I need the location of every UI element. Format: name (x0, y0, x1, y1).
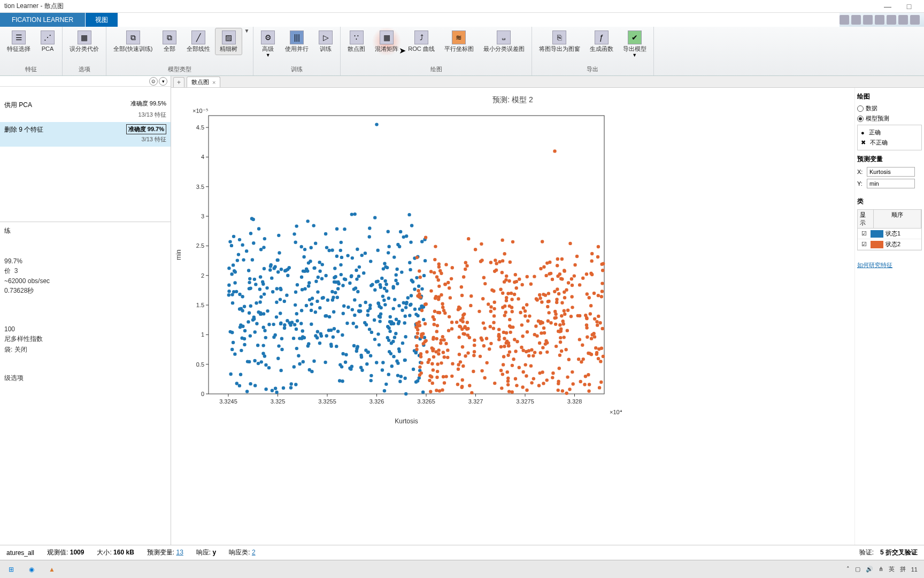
svg-point-565 (583, 383, 586, 386)
tab-classification-learner[interactable]: FICATION LEARNER (0, 13, 86, 27)
svg-point-653 (501, 291, 504, 294)
svg-point-876 (600, 295, 603, 298)
pca-button[interactable]: ⋰PCA (35, 28, 60, 55)
confusion-matrix-button[interactable]: ▦混淆矩阵 (370, 28, 403, 55)
ime-lang[interactable]: 英 (889, 565, 895, 573)
svg-point-943 (489, 325, 492, 328)
svg-point-192 (275, 287, 279, 290)
model-type-dropdown[interactable]: ▼ (242, 28, 251, 34)
volume-icon[interactable]: 🔊 (866, 566, 873, 573)
feature-select-button[interactable]: ☰特征选择 (2, 28, 35, 55)
svg-point-977 (505, 296, 508, 299)
all-fast-button[interactable]: ⧉全部(快速训练) (109, 28, 157, 55)
radio-checked-icon (857, 116, 864, 122)
qa-icon-6[interactable] (898, 15, 908, 25)
qa-icon-2[interactable] (851, 15, 861, 25)
class-row-2[interactable]: ☑ 状态2 (858, 239, 921, 250)
all-linear-button[interactable]: ╱全部线性 (182, 28, 215, 55)
x-variable-select[interactable] (867, 167, 915, 177)
radio-model-prediction[interactable]: 模型预测 (857, 115, 922, 123)
chevron-up-icon[interactable]: ˄ (846, 566, 850, 573)
qa-icon-3[interactable] (863, 15, 873, 25)
minimize-button[interactable]: — (877, 1, 898, 12)
battery-icon[interactable]: ▢ (855, 566, 860, 573)
svg-point-933 (530, 381, 533, 384)
all-button[interactable]: ⧉全部 (157, 28, 182, 55)
start-button[interactable]: ⊞ (2, 562, 20, 577)
export-model-button[interactable]: ✔导出模型▼ (618, 28, 651, 60)
model-item-1[interactable]: 准确度 99.5% 供用 PCA 13/13 特征 (0, 97, 171, 122)
matlab-button[interactable]: ▲ (43, 562, 61, 577)
close-tab-icon[interactable]: × (212, 79, 215, 86)
qa-icon-1[interactable] (840, 15, 849, 25)
svg-point-919 (589, 304, 592, 307)
class1-checkbox[interactable]: ☑ (858, 230, 871, 237)
panel-menu-button[interactable]: ▾ (159, 77, 167, 86)
svg-point-355 (375, 361, 378, 364)
svg-point-687 (540, 331, 543, 334)
ime-mode[interactable]: 拼 (900, 565, 906, 573)
min-error-button[interactable]: ⩊最小分类误差图 (479, 28, 529, 55)
misclass-cost-button[interactable]: ▦误分类代价 (65, 28, 104, 55)
svg-point-423 (227, 293, 230, 296)
svg-text:4: 4 (201, 154, 204, 160)
svg-point-731 (489, 342, 492, 345)
svg-point-534 (429, 270, 433, 273)
svg-point-819 (483, 376, 486, 379)
maximize-button[interactable]: □ (898, 1, 920, 12)
svg-point-106 (341, 333, 344, 337)
tab-view[interactable]: 视图 (86, 13, 118, 27)
edge-button[interactable]: ◉ (22, 562, 41, 577)
svg-point-970 (466, 327, 469, 330)
svg-point-985 (578, 314, 581, 317)
svg-point-915 (436, 362, 439, 366)
check-icon: ✔ (628, 31, 642, 44)
svg-point-228 (380, 277, 383, 280)
advanced-button[interactable]: ⚙高级▼ (256, 28, 280, 60)
svg-point-311 (229, 372, 232, 376)
predictor-count-link[interactable]: 13 (176, 549, 183, 556)
svg-point-973 (563, 309, 566, 312)
svg-point-360 (301, 329, 304, 332)
radio-data[interactable]: 数据 (857, 104, 922, 112)
tab-scatter[interactable]: 散点图 × (187, 77, 220, 87)
svg-point-111 (348, 282, 351, 285)
parallel-coords-button[interactable]: ≋平行坐标图 (440, 28, 479, 55)
svg-point-946 (527, 349, 530, 352)
roc-button[interactable]: ⤴ROC 曲线 (403, 28, 440, 55)
export-figure-button[interactable]: ⎘将图导出为图窗 (534, 28, 585, 55)
model-item-2[interactable]: 准确度 99.7% 删除 9 个特征 3/13 特征 (0, 122, 171, 147)
svg-point-768 (463, 332, 466, 336)
svg-point-821 (585, 316, 588, 320)
svg-point-843 (449, 296, 452, 299)
scatter-chart[interactable]: 预测: 模型 2 ×10⁻⁵ ×10⁴ min Kurtosis 00.511.… (171, 88, 854, 545)
svg-point-989 (539, 267, 542, 270)
class2-checkbox[interactable]: ☑ (858, 241, 871, 248)
svg-text:3.328: 3.328 (567, 398, 582, 405)
svg-point-344 (302, 360, 305, 363)
use-parallel-button[interactable]: |||使用并行 (280, 28, 313, 55)
wifi-icon[interactable]: ⋔ (879, 566, 883, 573)
svg-point-944 (601, 269, 604, 272)
clock[interactable]: 11 (911, 566, 918, 573)
svg-point-624 (441, 306, 444, 309)
svg-point-668 (458, 353, 461, 356)
train-button[interactable]: ▷训练 (313, 28, 338, 55)
fine-tree-button[interactable]: ▨精细树 (215, 28, 242, 55)
svg-point-701 (503, 337, 506, 340)
svg-point-879 (590, 259, 593, 262)
svg-point-956 (444, 375, 448, 378)
svg-point-998 (592, 332, 595, 335)
qa-icon-5[interactable] (887, 15, 896, 25)
svg-point-707 (511, 364, 514, 367)
how-to-investigate-link[interactable]: 如何研究特征 (857, 261, 922, 269)
add-tab-button[interactable]: + (173, 77, 184, 87)
scatter-button[interactable]: ∵散点图 (343, 28, 370, 55)
qa-icon-4[interactable] (875, 15, 884, 25)
panel-options-button[interactable]: ⊙ (149, 77, 158, 86)
y-variable-select[interactable] (867, 179, 915, 188)
generate-function-button[interactable]: ƒ生成函数 (585, 28, 618, 55)
response-class-link[interactable]: 2 (252, 549, 256, 556)
qa-icon-7[interactable] (910, 15, 920, 25)
class-row-1[interactable]: ☑ 状态1 (858, 229, 921, 239)
